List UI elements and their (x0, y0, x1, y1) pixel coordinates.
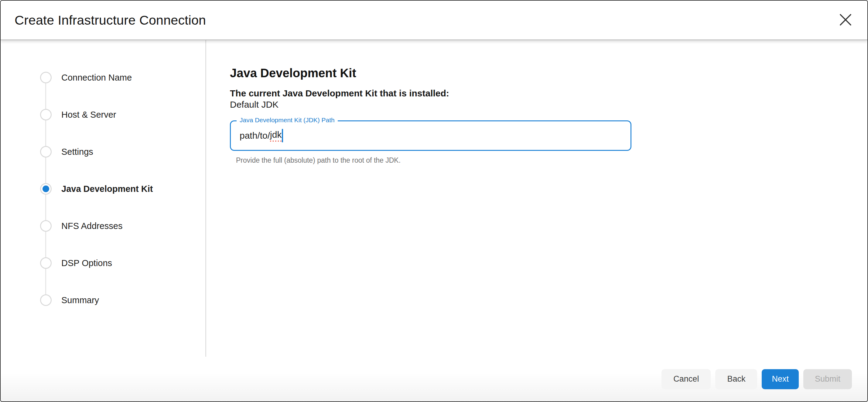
close-icon (839, 13, 852, 28)
step-circle (40, 294, 52, 306)
dialog-footer: Cancel Back Next Submit (1, 357, 867, 401)
step-circle (40, 146, 52, 157)
jdk-path-input[interactable]: path/to/jdk (230, 120, 631, 151)
step-label: Connection Name (61, 73, 132, 83)
step-content: Java Development Kit The current Java De… (206, 40, 867, 357)
jdk-path-field-label: Java Development Kit (JDK) Path (237, 116, 338, 124)
step-settings[interactable]: Settings (1, 146, 205, 157)
jdk-path-value: path/to/ (240, 131, 270, 141)
submit-button[interactable]: Submit (803, 369, 852, 389)
jdk-path-helper-text: Provide the full (absolute) path to the … (236, 156, 631, 165)
create-infrastructure-connection-dialog: Create Infrastructure Connection Connect… (0, 0, 868, 402)
step-label: DSP Options (61, 258, 112, 268)
step-java-development-kit[interactable]: Java Development Kit (1, 183, 205, 195)
step-nfs-addresses[interactable]: NFS Addresses (1, 220, 205, 232)
text-caret (282, 129, 283, 142)
jdk-path-field: Java Development Kit (JDK) Path path/to/… (230, 120, 631, 165)
next-button[interactable]: Next (762, 369, 799, 389)
step-label: Settings (61, 147, 93, 157)
step-circle (40, 72, 52, 83)
step-circle (40, 109, 52, 120)
close-button[interactable] (837, 11, 854, 29)
step-circle (40, 220, 52, 232)
step-connection-name[interactable]: Connection Name (1, 72, 205, 83)
dialog-body: Connection Name Host & Server Settings J… (1, 40, 867, 357)
installed-jdk-value: Default JDK (230, 99, 867, 110)
step-label: Summary (61, 295, 99, 305)
cancel-button[interactable]: Cancel (661, 369, 711, 389)
step-label: Host & Server (61, 110, 116, 120)
step-summary[interactable]: Summary (1, 294, 205, 306)
wizard-stepper: Connection Name Host & Server Settings J… (1, 40, 206, 357)
step-heading: Java Development Kit (230, 66, 867, 80)
dialog-title: Create Infrastructure Connection (14, 13, 206, 28)
active-step-dot (42, 185, 49, 192)
installed-jdk-label: The current Java Development Kit that is… (230, 88, 867, 99)
step-label: Java Development Kit (61, 184, 153, 194)
step-dsp-options[interactable]: DSP Options (1, 257, 205, 269)
dialog-header: Create Infrastructure Connection (1, 1, 867, 40)
step-circle (40, 257, 52, 269)
step-host-server[interactable]: Host & Server (1, 109, 205, 120)
jdk-path-value-misspelled: jdk (270, 130, 282, 142)
step-circle-active (40, 183, 52, 195)
back-button[interactable]: Back (715, 369, 757, 389)
step-label: NFS Addresses (61, 221, 122, 231)
